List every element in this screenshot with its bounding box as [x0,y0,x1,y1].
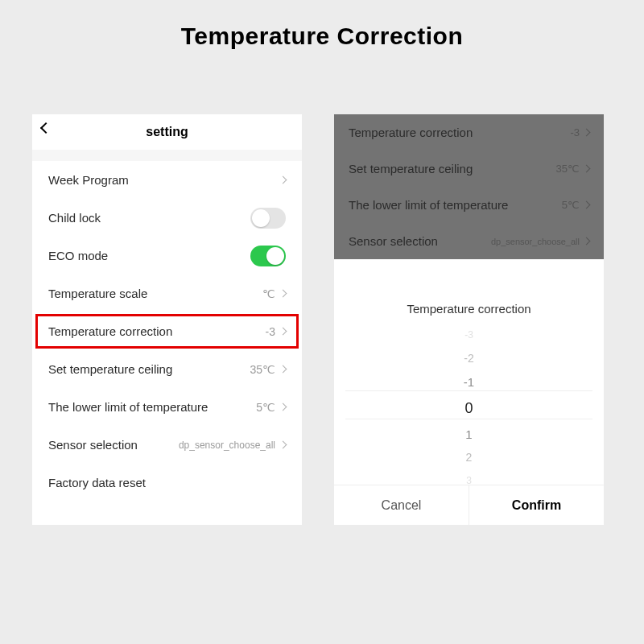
picker-option[interactable]: 1 [334,423,604,446]
settings-screen: setting Week Program Child lock ECO mode… [32,114,302,525]
row-value: 5℃ [562,199,580,211]
row-label: Set temperature ceiling [48,362,250,376]
row-value: dp_sensor_choose_all [179,440,275,451]
chevron-right-icon [279,176,287,184]
bg-row-temperature-ceiling: Set temperature ceiling 35℃ [334,151,604,187]
chevron-right-icon [583,165,591,173]
row-factory-reset[interactable]: Factory data reset [32,464,302,502]
picker-option[interactable]: -1 [334,370,604,394]
header: setting [32,114,302,150]
value-picker[interactable]: -3 -2 -1 0 1 2 3 [334,324,604,485]
row-label: ECO mode [48,249,250,262]
row-label: Sensor selection [48,438,179,452]
row-label: Temperature correction [349,126,570,139]
picker-option[interactable]: -3 [334,324,604,347]
picker-option[interactable]: 2 [334,446,604,469]
cancel-button[interactable]: Cancel [334,485,469,525]
row-value: -3 [266,325,275,338]
row-label: Week Program [48,173,280,187]
chevron-right-icon [583,201,591,209]
row-label: Set temperature ceiling [349,162,556,175]
settings-list: Week Program Child lock ECO mode Tempera… [32,161,302,502]
bg-row-temperature-correction: Temperature correction -3 [334,114,604,151]
picker-screen: Temperature correction -3 Set temperatur… [334,114,604,525]
row-label: The lower limit of temperature [349,198,562,212]
confirm-button[interactable]: Confirm [469,485,604,525]
chevron-right-icon [583,129,591,137]
row-value: dp_sensor_choose_all [491,237,580,246]
chevron-right-icon [279,403,287,411]
row-value: 35℃ [556,163,580,175]
chevron-right-icon [279,290,287,298]
row-child-lock[interactable]: Child lock [32,199,302,237]
chevron-right-icon [583,237,591,246]
row-label: The lower limit of temperature [48,400,256,414]
row-label: Factory data reset [48,476,286,489]
row-value: 35℃ [250,363,275,376]
section-gap [32,150,302,161]
row-label: Sensor selection [349,234,491,248]
bg-row-lower-limit: The lower limit of temperature 5℃ [334,187,604,223]
picker-sheet: Temperature correction -3 -2 -1 0 1 2 3 … [334,291,604,525]
bg-row-sensor-selection: Sensor selection dp_sensor_choose_all [334,223,604,259]
row-sensor-selection[interactable]: Sensor selection dp_sensor_choose_all [32,426,302,464]
picker-option[interactable]: 3 [334,469,604,485]
toggle-eco-mode[interactable] [250,246,286,266]
row-value: -3 [570,126,580,138]
picker-option[interactable]: -2 [334,347,604,370]
chevron-right-icon [279,328,287,336]
row-label: Child lock [48,211,250,225]
header-title: setting [32,125,302,139]
row-lower-limit-temperature[interactable]: The lower limit of temperature 5℃ [32,388,302,426]
phones-wrapper: setting Week Program Child lock ECO mode… [0,66,644,525]
page-title: Temperature Correction [0,0,644,66]
row-week-program[interactable]: Week Program [32,161,302,199]
row-label: Temperature scale [48,287,262,300]
row-value: ℃ [262,287,275,300]
picker-option-selected[interactable]: 0 [334,394,604,423]
row-temperature-correction[interactable]: Temperature correction -3 [32,312,302,350]
row-temperature-scale[interactable]: Temperature scale ℃ [32,275,302,312]
row-set-temperature-ceiling[interactable]: Set temperature ceiling 35℃ [32,350,302,388]
row-eco-mode[interactable]: ECO mode [32,237,302,275]
toggle-child-lock[interactable] [250,208,286,229]
sheet-title: Temperature correction [334,302,604,316]
dimmed-background: Temperature correction -3 Set temperatur… [334,114,604,259]
chevron-right-icon [279,441,287,449]
row-value: 5℃ [256,401,275,414]
chevron-right-icon [279,365,287,374]
sheet-buttons: Cancel Confirm [334,485,604,525]
row-label: Temperature correction [48,324,266,338]
